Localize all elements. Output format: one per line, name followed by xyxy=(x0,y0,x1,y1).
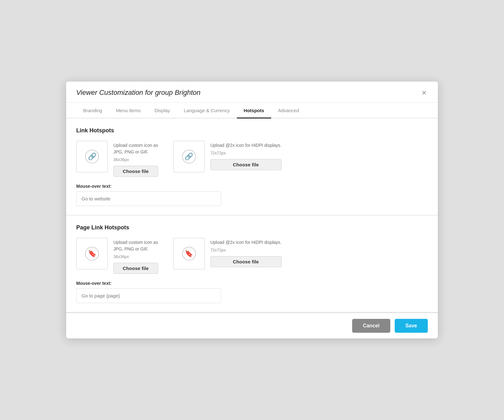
link-hotspots-mouseover-input[interactable] xyxy=(76,191,221,206)
page-link-hotspots-upload-desc-2x: Upload @2x icon for HiDPI displays. xyxy=(210,239,282,246)
page-link-hotspots-upload-info-2x: Upload @2x icon for HiDPI displays. 72x7… xyxy=(210,238,282,267)
dialog: Viewer Customization for group Brighton … xyxy=(66,82,438,338)
link-hotspots-upload-size-2x: 72x72px xyxy=(210,151,282,155)
tab-hotspots[interactable]: Hotspots xyxy=(237,103,271,118)
page-link-hotspots-choose-file-1x[interactable]: Choose file xyxy=(113,263,158,274)
dialog-body: Link Hotspots 🔗 Upload custom icon as JP… xyxy=(66,118,438,313)
link-hotspots-upload-size-1x: 36x36px xyxy=(113,157,158,162)
cancel-button[interactable]: Cancel xyxy=(352,319,390,333)
page-link-hotspots-mouseover-row: Mouse-over text: xyxy=(76,281,428,303)
page-link-hotspots-upload-desc-1x: Upload custom icon as JPG, PNG or GIF. xyxy=(113,239,158,252)
link-icon-1x: 🔗 xyxy=(85,150,99,164)
close-button[interactable]: × xyxy=(421,89,428,97)
page-link-hotspots-choose-file-2x[interactable]: Choose file xyxy=(210,256,282,267)
link-hotspots-upload-info-2x: Upload @2x icon for HiDPI displays. 72x7… xyxy=(210,141,282,170)
tab-language-currency[interactable]: Language & Currency xyxy=(177,103,237,118)
page-link-hotspots-mouseover-input[interactable] xyxy=(76,288,221,303)
link-hotspots-upload-info-1x: Upload custom icon as JPG, PNG or GIF. 3… xyxy=(113,141,158,177)
link-hotspots-mouseover-label: Mouse-over text: xyxy=(76,184,428,189)
bookmark-icon-2x: 🔖 xyxy=(182,247,196,261)
dialog-title: Viewer Customization for group Brighton xyxy=(76,89,201,97)
save-button[interactable]: Save xyxy=(395,319,428,333)
link-hotspots-section: Link Hotspots 🔗 Upload custom icon as JP… xyxy=(66,118,438,216)
tabs-bar: Branding Menu Items Display Language & C… xyxy=(66,103,438,118)
page-link-hotspots-upload-1x: 🔖 Upload custom icon as JPG, PNG or GIF.… xyxy=(76,238,158,274)
page-link-hotspots-mouseover-label: Mouse-over text: xyxy=(76,281,428,286)
page-link-hotspots-title: Page Link Hotspots xyxy=(76,224,428,231)
link-hotspots-icon-preview-1x: 🔗 xyxy=(76,141,108,172)
page-link-hotspots-upload-info-1x: Upload custom icon as JPG, PNG or GIF. 3… xyxy=(113,238,158,274)
link-icon-2x: 🔗 xyxy=(182,150,196,164)
bookmark-icon-1x: 🔖 xyxy=(85,247,99,261)
dialog-footer: Cancel Save xyxy=(66,313,438,338)
link-hotspots-upload-desc-1x: Upload custom icon as JPG, PNG or GIF. xyxy=(113,142,158,155)
link-hotspots-icon-preview-2x: 🔗 xyxy=(173,141,205,172)
link-hotspots-upload-desc-2x: Upload @2x icon for HiDPI displays. xyxy=(210,142,282,149)
page-link-hotspots-upload-row: 🔖 Upload custom icon as JPG, PNG or GIF.… xyxy=(76,238,428,274)
page-link-hotspots-icon-preview-1x: 🔖 xyxy=(76,238,108,269)
link-hotspots-choose-file-2x[interactable]: Choose file xyxy=(210,159,282,170)
link-hotspots-upload-2x: 🔗 Upload @2x icon for HiDPI displays. 72… xyxy=(173,141,282,172)
link-hotspots-title: Link Hotspots xyxy=(76,127,428,134)
page-link-hotspots-upload-size-2x: 72x72px xyxy=(210,248,282,252)
page-link-hotspots-section: Page Link Hotspots 🔖 Upload custom icon … xyxy=(66,216,438,313)
tab-branding[interactable]: Branding xyxy=(76,103,109,118)
tab-advanced[interactable]: Advanced xyxy=(271,103,306,118)
page-link-hotspots-upload-size-1x: 36x36px xyxy=(113,254,158,259)
page-link-hotspots-upload-2x: 🔖 Upload @2x icon for HiDPI displays. 72… xyxy=(173,238,282,269)
page-link-hotspots-icon-preview-2x: 🔖 xyxy=(173,238,205,269)
link-hotspots-mouseover-row: Mouse-over text: xyxy=(76,184,428,206)
link-hotspots-upload-row: 🔗 Upload custom icon as JPG, PNG or GIF.… xyxy=(76,141,428,177)
link-hotspots-choose-file-1x[interactable]: Choose file xyxy=(113,166,158,177)
tab-menu-items[interactable]: Menu Items xyxy=(109,103,147,118)
dialog-header: Viewer Customization for group Brighton … xyxy=(66,82,438,103)
tab-display[interactable]: Display xyxy=(147,103,177,118)
link-hotspots-upload-1x: 🔗 Upload custom icon as JPG, PNG or GIF.… xyxy=(76,141,158,177)
